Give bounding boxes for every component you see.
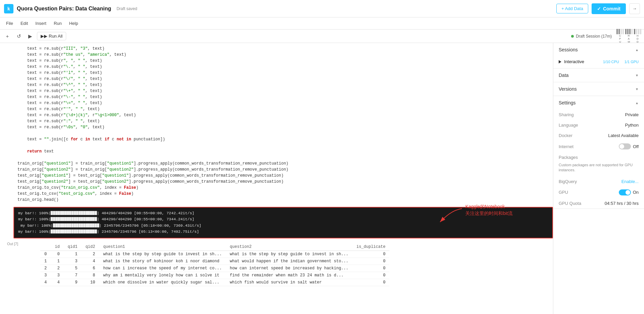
output-section: Kaggle的Notebook 关注这里的时间和bit流 my bar!: 10… <box>0 207 553 238</box>
cell-dup: 0 <box>352 251 389 258</box>
internet-row: Internet Off <box>553 141 644 152</box>
cell-gutter <box>0 43 13 206</box>
run-all-button[interactable]: ▶▶ Run All <box>37 32 66 40</box>
internet-value: Off <box>633 144 639 149</box>
dataframe-output: id qid1 qid2 question1 question2 is_dupl… <box>40 243 389 286</box>
code-line: text = re.sub(r"'", " ", text) <box>17 106 549 112</box>
arrow-right-icon: → <box>633 6 637 11</box>
cell-qid1: 7 <box>64 272 82 279</box>
draft-badge: Draft saved <box>117 6 137 11</box>
add-cell-button[interactable]: + <box>3 32 12 41</box>
sharing-value: Private <box>625 112 639 117</box>
packages-label: Packages <box>559 155 639 160</box>
cell-qid2: 8 <box>81 272 99 279</box>
session-gpu-label: 1/1 GPU <box>625 60 639 64</box>
col-header-qid1: qid1 <box>64 243 82 251</box>
col-header-qid2: qid2 <box>81 243 99 251</box>
refresh-button[interactable]: ↺ <box>14 32 24 41</box>
code-cell: text = re.sub(r"III", "3", text) text = … <box>0 43 553 206</box>
code-area[interactable]: text = re.sub(r"III", "3", text) text = … <box>13 43 553 206</box>
bigquery-row: BigQuery Enable... <box>553 176 644 187</box>
ram-indicator: RAM <box>625 29 633 43</box>
code-line: text = re.sub(r"\/", " ", text) <box>17 76 549 82</box>
cell-dup: 0 <box>352 258 389 265</box>
cell-idx: 0 <box>40 251 51 258</box>
gpu-label: GPU <box>559 190 619 195</box>
col-header-q1: question1 <box>99 243 226 251</box>
menu-run[interactable]: Run <box>50 19 65 27</box>
notebook-title: Quora Question Pairs: Data Cleaning <box>17 6 111 12</box>
annotation-arrow-svg <box>438 207 465 224</box>
data-section: Data ▼ <box>553 69 644 82</box>
col-header-dup: is_duplicate <box>352 243 389 251</box>
cell-q2: find the remainder when math 23 24 math … <box>226 272 352 279</box>
sharing-row: Sharing Private <box>553 109 644 120</box>
cell-idx: 4 <box>40 279 51 286</box>
sessions-title: Sessions <box>559 47 578 52</box>
add-data-button[interactable]: + Add Data <box>556 4 588 13</box>
play-button[interactable]: ▶ <box>26 32 35 41</box>
versions-header[interactable]: Versions ▼ <box>553 82 644 96</box>
bigquery-enable-link[interactable]: Enable... <box>621 179 639 184</box>
settings-chevron-up: ▲ <box>635 101 639 105</box>
menu-insert[interactable]: Insert <box>32 19 50 27</box>
cell-id: 1 <box>51 258 63 265</box>
docker-label: Docker <box>559 133 608 138</box>
settings-header[interactable]: Settings ▲ <box>553 96 644 109</box>
sessions-chevron-up: ▲ <box>635 48 639 52</box>
session-label: Draft Session (17m) <box>576 34 612 39</box>
menu-edit[interactable]: Edit <box>17 19 31 27</box>
session-item-name[interactable]: Interactive <box>564 59 600 64</box>
menu-help[interactable]: Help <box>66 19 82 27</box>
table-row: 4 4 9 10 which one dissolve in water qui… <box>40 279 389 286</box>
dataframe-table: id qid1 qid2 question1 question2 is_dupl… <box>40 243 389 286</box>
code-line: train_orig["question1"] = train_orig["qu… <box>17 161 549 167</box>
table-row: 1 1 3 4 what is the story of kohinoor ko… <box>40 258 389 265</box>
gpu-toggle[interactable] <box>619 189 631 195</box>
code-line: test_orig["question2"] = test_orig["ques… <box>17 179 549 185</box>
table-row: 3 3 7 8 why am i mentally very lonely ho… <box>40 272 389 279</box>
code-line: text = re.sub(r"(\d+)(k)", r"\g<1>000", … <box>17 112 549 118</box>
cell-qid2: 10 <box>81 279 99 286</box>
cell-qid1: 5 <box>64 265 82 272</box>
main-layout: text = re.sub(r"III", "3", text) text = … <box>0 43 644 314</box>
sessions-section: Sessions ▲ Interactive 1/10 CPU 1/1 GPU <box>553 43 644 69</box>
cell-q1: how can i increase the speed of my inter… <box>99 265 226 272</box>
code-line: return text <box>17 148 549 154</box>
cell-qid1: 9 <box>64 279 82 286</box>
menu-file[interactable]: File <box>3 19 16 27</box>
cell-q2: what is the step by step guide to invest… <box>226 251 352 258</box>
gpu-row: GPU On <box>553 187 644 198</box>
code-line: text = re.sub(r"\0s", "0", text) <box>17 124 549 130</box>
data-header[interactable]: Data ▼ <box>553 69 644 82</box>
cell-q1: what is the step by step guide to invest… <box>99 251 226 258</box>
hdd-indicator: HDD <box>634 29 641 43</box>
cell-dup: 0 <box>352 279 389 286</box>
code-line: text = re.sub(r"\+", " ", text) <box>17 88 549 94</box>
docker-row: Docker Latest Available <box>553 130 644 141</box>
versions-title: Versions <box>559 86 577 92</box>
internet-toggle[interactable] <box>619 143 631 149</box>
gpu-quota-label: GPU Quota <box>559 201 605 206</box>
cell-dup: 0 <box>352 265 389 272</box>
code-line: text = re.sub(r"the us", "america", text… <box>17 52 549 58</box>
session-cpu-label: 1/10 CPU <box>603 60 619 64</box>
kaggle-logo: k <box>4 4 13 13</box>
expand-button[interactable]: → <box>629 3 640 14</box>
versions-section: Versions ▼ <box>553 82 644 96</box>
code-line: text = re.sub(r"\^", " ", text) <box>17 82 549 88</box>
right-panel: Sessions ▲ Interactive 1/10 CPU 1/1 GPU … <box>553 43 644 314</box>
language-value: Python <box>625 123 639 128</box>
commit-button[interactable]: ✓ Commit <box>592 3 626 14</box>
code-line: text = re.sub(r"\.", " ", text) <box>17 64 549 70</box>
table-row: 0 0 1 2 what is the step by step guide t… <box>40 251 389 258</box>
sessions-header[interactable]: Sessions ▲ <box>553 43 644 56</box>
cell-idx: 3 <box>40 272 51 279</box>
cell-idx: 2 <box>40 265 51 272</box>
code-line: train_orig.head() <box>17 197 549 203</box>
gpu-quota-row: GPU Quota 04:57 hrs / 30 hrs <box>553 198 644 209</box>
gpu-value: On <box>633 190 639 195</box>
resource-indicators: CPU RAM HDD <box>616 29 641 43</box>
code-line: text = re.sub(r", ", " ", text) <box>17 58 549 64</box>
col-header-index <box>40 243 51 251</box>
